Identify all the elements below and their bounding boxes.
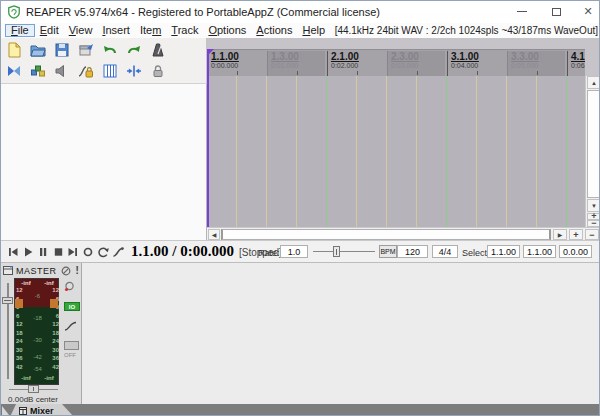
menu-file[interactable]: File: [5, 24, 35, 37]
mixer-tab-label: Mixer: [30, 406, 54, 416]
play-button[interactable]: [20, 245, 35, 259]
vertical-scroll-thumb[interactable]: [587, 90, 600, 198]
meter-floor-left: -inf: [15, 375, 37, 381]
horizontal-zoom-out-button[interactable]: −: [585, 229, 599, 240]
fx-state-label: OFF: [64, 352, 81, 358]
vertical-zoom-out-button[interactable]: −: [587, 220, 600, 227]
meter-scale-right: 30: [49, 347, 59, 353]
master-strip-buttons: IO OFF: [64, 278, 81, 358]
reaper-window: REAPER v5.974/x64 - Registered to Portab…: [0, 0, 600, 416]
meter-scale-left: 6: [16, 313, 26, 319]
window-title: REAPER v5.974/x64 - Registered to Portab…: [26, 6, 380, 18]
lock-icon[interactable]: [149, 62, 166, 79]
timeline-ruler[interactable]: 1.1.000:00.0001.3.000:01.0002.1.000:02.0…: [207, 49, 585, 76]
horizontal-zoom-in-button[interactable]: +: [569, 229, 583, 240]
scroll-left-button[interactable]: ◀: [208, 229, 220, 240]
master-vu-meter[interactable]: -inf-inf-inf-inf121266006612121818242430…: [14, 278, 59, 385]
edit-cursor[interactable]: [207, 49, 209, 227]
rate-envelope-button[interactable]: [110, 245, 125, 259]
window-icon: [3, 266, 13, 275]
go-to-start-button[interactable]: [5, 245, 20, 259]
repeat-button[interactable]: [95, 245, 110, 259]
crossfade-icon[interactable]: [5, 62, 22, 79]
vertical-scrollbar[interactable]: ▲ ▼ + −: [585, 76, 600, 227]
selection-length-field[interactable]: 0.0.00: [559, 245, 592, 258]
time-signature-field[interactable]: 4/4: [432, 245, 458, 258]
close-button[interactable]: ✕: [573, 1, 600, 22]
rate-slider-track: [313, 251, 375, 252]
master-solo-icon[interactable]: !: [76, 265, 79, 276]
transport-position-display[interactable]: 1.1.00 / 0:00.000: [131, 243, 234, 260]
meter-scale-left: 42: [16, 364, 26, 370]
title-bar[interactable]: REAPER v5.974/x64 - Registered to Portab…: [1, 1, 600, 23]
ruler-marker-2.1.00: 2.1.000:02.000: [327, 51, 359, 76]
track-control-panel[interactable]: [1, 84, 207, 240]
menu-view[interactable]: View: [64, 24, 98, 37]
envelope-lock-icon[interactable]: [77, 62, 94, 79]
close-icon: ✕: [583, 5, 592, 18]
master-mute-icon[interactable]: [61, 266, 71, 276]
master-fader-handle[interactable]: [2, 297, 13, 304]
redo-icon[interactable]: [125, 41, 142, 58]
stop-button[interactable]: [50, 245, 65, 259]
grid-line-beat: [236, 76, 237, 227]
meter-scale-right: 12: [49, 287, 59, 293]
grid-line-beat: [386, 76, 387, 227]
master-pan-handle[interactable]: [28, 385, 39, 393]
minimize-button[interactable]: [507, 1, 537, 22]
ruler-marker-4.1.00: 4.1.000:06.000: [567, 51, 585, 76]
snap-icon[interactable]: [125, 62, 142, 79]
rate-field[interactable]: 1.0: [280, 245, 308, 258]
rate-slider-handle[interactable]: [333, 246, 340, 257]
metronome-icon[interactable]: [149, 41, 166, 58]
pause-button[interactable]: [35, 245, 50, 259]
record-button[interactable]: [80, 245, 95, 259]
undo-icon[interactable]: [101, 41, 118, 58]
horizontal-scrollbar[interactable]: ◀ ▶ + −: [207, 227, 600, 240]
menu-item[interactable]: Item: [135, 24, 166, 37]
grid-icon[interactable]: [101, 62, 118, 79]
scroll-right-button[interactable]: ▶: [553, 229, 567, 240]
docker-collapse-icon[interactable]: [2, 406, 9, 415]
mixer-tab-icon: [19, 407, 27, 415]
master-track-label[interactable]: MASTER: [16, 266, 57, 276]
reaper-logo-icon: [7, 5, 21, 19]
speaker-icon[interactable]: [53, 62, 70, 79]
arrange-view[interactable]: [207, 76, 585, 227]
master-header: MASTER !: [3, 265, 79, 276]
scroll-up-button[interactable]: ▲: [587, 76, 600, 89]
menu-track[interactable]: Track: [166, 24, 203, 37]
grid-line-beat: [266, 76, 267, 227]
menu-edit[interactable]: Edit: [35, 24, 64, 37]
open-project-icon[interactable]: [29, 41, 46, 58]
meter-scale-right: 12: [49, 321, 59, 327]
new-project-icon[interactable]: [5, 41, 22, 58]
maximize-icon: [552, 8, 561, 16]
rate-slider[interactable]: [313, 245, 375, 258]
project-settings-icon[interactable]: [77, 41, 94, 58]
bpm-button[interactable]: BPM: [379, 245, 397, 258]
grid-line-bar: [566, 76, 567, 227]
io-routing-button[interactable]: IO: [64, 302, 80, 311]
menu-actions[interactable]: Actions: [251, 24, 297, 37]
horizontal-scroll-thumb[interactable]: [221, 229, 551, 240]
menu-insert[interactable]: Insert: [97, 24, 135, 37]
go-to-end-button[interactable]: [65, 245, 80, 259]
grouping-icon[interactable]: [29, 62, 46, 79]
meter-scale-left: 24: [16, 338, 26, 344]
save-project-icon[interactable]: [53, 41, 70, 58]
selection-end-field[interactable]: 1.1.00: [523, 245, 556, 258]
maximize-button[interactable]: [541, 1, 571, 22]
menu-help[interactable]: Help: [297, 24, 330, 37]
ruler-marker-3.1.00: 3.1.000:04.000: [447, 51, 479, 76]
master-channel-strip: MASTER ! -inf-inf-inf-inf121266006612121…: [1, 263, 82, 404]
tab-mixer[interactable]: Mixer: [10, 404, 74, 416]
fx-button[interactable]: [64, 341, 79, 350]
envelope-icon[interactable]: [64, 321, 77, 331]
menu-options[interactable]: Options: [203, 24, 251, 37]
bpm-field[interactable]: 120: [397, 245, 428, 258]
mixer-panel: MASTER ! -inf-inf-inf-inf121266006612121…: [1, 263, 600, 404]
selection-start-field[interactable]: 1.1.00: [487, 245, 520, 258]
meter-zero-band-left: [15, 299, 23, 308]
record-arm-icon[interactable]: [64, 281, 75, 292]
